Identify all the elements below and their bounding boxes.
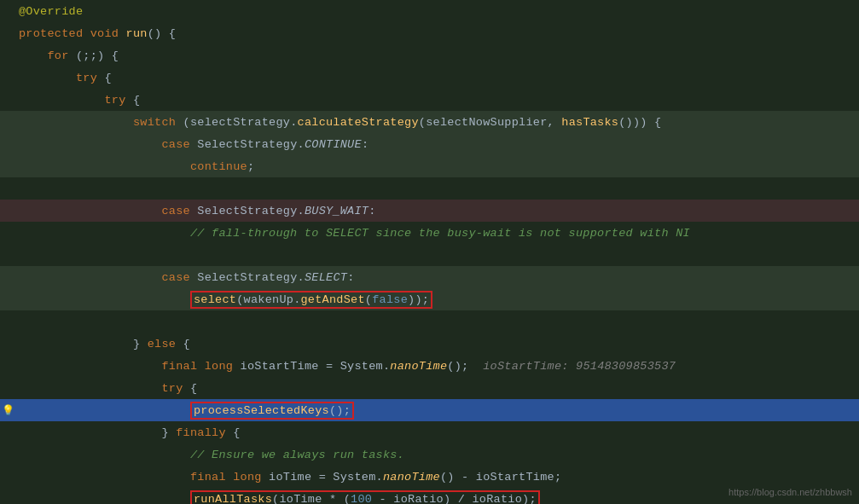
line-content-2: protected void run() { — [15, 27, 859, 40]
code-line-15 — [0, 310, 859, 333]
method-nanotime-1: nanoTime — [390, 360, 447, 373]
kw-for: for — [48, 49, 69, 62]
plain-25: } — [161, 426, 176, 439]
plain-30: (ioTime * ( — [272, 493, 351, 505]
line-content-5: try { — [15, 94, 859, 107]
plain-24: (); — [329, 404, 351, 417]
method-select: select — [194, 293, 236, 306]
kw-try-1: try — [76, 72, 97, 84]
plain-23: { — [183, 382, 198, 395]
code-line-16: } else { — [0, 333, 859, 355]
line-content-3: for (;;) { — [15, 49, 859, 62]
kw-case-1: case — [161, 138, 190, 151]
code-line-10: case SelectStrategy.BUSY_WAIT: — [0, 200, 859, 222]
code-line-7: case SelectStrategy.CONTINUE: — [0, 133, 859, 155]
code-line-5: try { — [0, 89, 859, 111]
code-line-20: } finally { — [0, 421, 859, 443]
kw-protected: protected — [19, 27, 83, 40]
plain-5: ( — [176, 116, 190, 129]
line-content-21: // Ensure we always run tasks. — [15, 449, 859, 461]
code-line-18: try { — [0, 377, 859, 399]
watermark: https://blog.csdn.net/zhbbwsh — [728, 487, 852, 497]
code-line-21: // Ensure we always run tasks. — [0, 443, 859, 466]
comment-fallthrough: // fall-through to SELECT since the busy… — [190, 227, 690, 240]
constant-busywait: BUSY_WAIT — [305, 205, 369, 217]
kw-final-2: final — [190, 471, 226, 484]
method-nanotime-2: nanoTime — [383, 471, 440, 484]
bulb-icon: 💡 — [2, 404, 15, 417]
number-100: 100 — [351, 493, 372, 505]
code-line-8: continue; — [0, 155, 859, 177]
plain-1: () { — [148, 27, 177, 40]
redbox-select: select(wakenUp.getAndSet(false)); — [190, 291, 432, 309]
kw-case-3: case — [161, 271, 190, 284]
code-line-9 — [0, 177, 859, 200]
kw-false-1: false — [372, 293, 408, 306]
method-run: run — [126, 27, 148, 40]
method-getandset: getAndSet — [301, 293, 365, 306]
redbox-processselectedkeys: processSelectedKeys(); — [190, 402, 354, 420]
code-line-14: select(wakenUp.getAndSet(false)); — [0, 288, 859, 310]
plain-26: { — [226, 426, 241, 439]
code-line-19: 💡 processSelectedKeys(); — [0, 399, 859, 421]
line-content-15 — [15, 316, 859, 328]
comment-ensure: // Ensure we always run tasks. — [190, 449, 404, 461]
kw-try-3: try — [161, 382, 183, 395]
plain-28: ioTime = System. — [262, 471, 383, 484]
code-line-1: @Override — [0, 0, 859, 22]
plain-11: SelectStrategy. — [190, 205, 305, 217]
line-content-18: try { — [15, 382, 859, 395]
plain-20 — [197, 360, 204, 373]
kw-switch: switch — [133, 116, 176, 129]
plain-17: )); — [408, 293, 429, 306]
line-content-20: } finally { — [15, 426, 859, 439]
line-content-11: // fall-through to SELECT since the busy… — [15, 227, 859, 240]
line-content-17: final long ioStartTime = System.nanoTime… — [15, 360, 859, 373]
kw-else: else — [148, 338, 177, 350]
plain-29: () - ioStartTime; — [440, 471, 561, 484]
line-content-9 — [15, 182, 859, 195]
kw-long-2: long — [233, 471, 262, 484]
redbox-runalltasks: runAllTasks(ioTime * (100 - ioRatio) / i… — [190, 490, 540, 505]
debug-iostarttime: ioStartTime: 95148309853537 — [483, 360, 676, 373]
plain-6: (selectNowSupplier, — [419, 116, 561, 129]
code-editor: @Override protected void run() { for (;;… — [0, 0, 859, 504]
plain-18: } — [133, 338, 148, 350]
code-line-22: final long ioTime = System.nanoTime() - … — [0, 466, 859, 488]
plain-3: { — [97, 72, 112, 84]
annotation-override: @Override — [19, 5, 83, 18]
plain-15: (wakenUp. — [236, 293, 300, 306]
line-content-7: case SelectStrategy.CONTINUE: — [15, 138, 859, 151]
kw-continue: continue — [190, 160, 247, 173]
constant-select: SELECT — [305, 271, 347, 284]
line-content-16: } else { — [15, 338, 859, 350]
plain-19: { — [176, 338, 190, 350]
line-content-22: final long ioTime = System.nanoTime() - … — [15, 471, 859, 484]
plain-21: ioStartTime = System. — [233, 360, 390, 373]
line-content-8: continue; — [15, 160, 859, 173]
kw-case-2: case — [161, 205, 190, 217]
code-line-6: switch (selectStrategy.calculateStrategy… — [0, 111, 859, 133]
kw-finally: finally — [176, 426, 226, 439]
line-content-14: select(wakenUp.getAndSet(false)); — [15, 291, 859, 309]
kw-try-2: try — [104, 94, 125, 107]
method-runalltasks: runAllTasks — [194, 493, 272, 505]
plain-31: - ioRatio) / ioRatio); — [372, 493, 537, 505]
plain-12: : — [369, 205, 375, 217]
selectstrategy-1: selectStrategy. — [190, 116, 298, 129]
method-processselectedkeys: processSelectedKeys — [194, 404, 329, 417]
plain-7: ())) { — [618, 116, 661, 129]
line-content-6: switch (selectStrategy.calculateStrategy… — [15, 116, 859, 129]
code-line-2: protected void run() { — [0, 22, 859, 44]
code-line-13: case SelectStrategy.SELECT: — [0, 266, 859, 288]
plain-4: { — [126, 94, 141, 107]
plain-27 — [226, 471, 233, 484]
code-line-3: for (;;) { — [0, 44, 859, 67]
line-content-19: processSelectedKeys(); — [15, 402, 859, 420]
plain-10: ; — [247, 160, 254, 173]
line-content-4: try { — [15, 72, 859, 84]
code-line-11: // fall-through to SELECT since the busy… — [0, 222, 859, 244]
code-line-17: final long ioStartTime = System.nanoTime… — [0, 355, 859, 377]
method-calculatestrategy: calculateStrategy — [298, 116, 419, 129]
code-line-4: try { — [0, 67, 859, 89]
